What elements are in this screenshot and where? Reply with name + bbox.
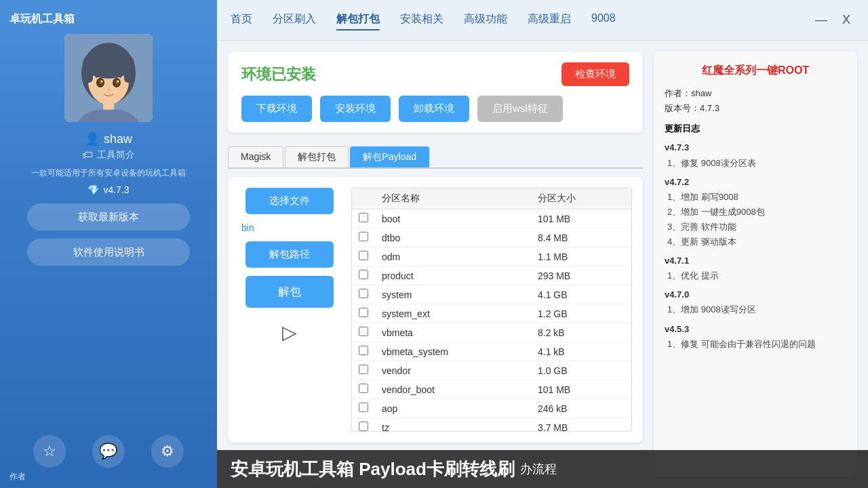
user-manual-button[interactable]: 软件使用说明书 [27, 239, 190, 266]
changelog-item: 1、修复 9008读分区表 [665, 156, 846, 171]
main-content: 首页 分区刷入 解包打包 安装相关 高级功能 高级重启 9008 — X 环境已… [217, 0, 868, 488]
install-env-button[interactable]: 安装环境 [320, 96, 391, 122]
window-controls: — X [811, 13, 854, 27]
table-row: odm 1.1 MB [352, 247, 631, 266]
partition-table-container[interactable]: 分区名称 分区大小 boot 101 MB dtbo 8.4 MB odm 1.… [351, 188, 632, 432]
version-number: v4.7.3 [665, 140, 846, 155]
nav-9008[interactable]: 9008 [591, 9, 616, 30]
row-partition-size: 101 MB [531, 380, 631, 399]
changelog-item: 1、修复 可能会由于兼容性闪退的问题 [665, 337, 846, 352]
tab-unpack-pack[interactable]: 解包打包 [285, 146, 349, 167]
subtitle-text: 安卓玩机工具箱 Payload卡刷转线刷 [231, 458, 515, 481]
topbar: 首页 分区刷入 解包打包 安装相关 高级功能 高级重启 9008 — X [217, 0, 868, 41]
changelog-item: 2、增加 一键生成9008包 [665, 205, 846, 220]
changelog-author: 作者：shaw [665, 86, 846, 101]
username-row: 👤 shaw [85, 131, 132, 146]
changelog-version-section: v4.7.01、增加 9008读写分区 [665, 287, 846, 317]
close-button[interactable]: X [838, 13, 854, 27]
author-label: 作者 [9, 471, 26, 483]
nav-unpack[interactable]: 解包打包 [336, 9, 380, 30]
settings-icon-button[interactable]: ⚙ [151, 435, 184, 468]
sidebar-description: 一款可能适用于所有安卓设备的玩机工具箱 [22, 167, 195, 179]
chat-icon-button[interactable]: 💬 [92, 435, 125, 468]
row-checkbox[interactable] [352, 380, 375, 399]
row-checkbox[interactable] [352, 418, 375, 432]
changelog-item: 3、完善 软件功能 [665, 220, 846, 235]
version-number: v4.7.0 [665, 287, 846, 302]
row-checkbox[interactable] [352, 228, 375, 247]
select-file-button[interactable]: 选择文件 [245, 188, 334, 214]
row-partition-size: 293 MB [531, 266, 631, 285]
user-icon: 👤 [85, 131, 100, 146]
svg-point-10 [101, 81, 103, 83]
row-partition-size: 1.1 MB [531, 247, 631, 266]
table-row: vendor_boot 101 MB [352, 380, 631, 399]
changelog-version-section: v4.7.31、修复 9008读分区表 [665, 140, 846, 170]
extract-path-button[interactable]: 解包路径 [245, 241, 334, 268]
row-partition-name: tz [375, 418, 531, 432]
svg-point-12 [107, 89, 110, 91]
tab-magisk[interactable]: Magisk [228, 146, 283, 167]
nav-reboot[interactable]: 高级重启 [528, 9, 571, 30]
changelog-version: 版本号：4.7.3 [665, 101, 846, 116]
row-checkbox[interactable] [352, 399, 375, 418]
right-changelog-panel: 红魔全系列一键ROOT 作者：shaw 版本号：4.7.3 更新日志 v4.7.… [654, 52, 857, 477]
env-header: 环境已安装 检查环境 [241, 62, 629, 86]
tabs-row: Magisk 解包打包 解包Payload [228, 146, 643, 169]
uninstall-env-button[interactable]: 卸载环境 [399, 96, 469, 122]
row-checkbox[interactable] [352, 209, 375, 228]
changelog-item: 1、优化 提示 [665, 268, 846, 283]
row-checkbox[interactable] [352, 304, 375, 323]
svg-rect-5 [124, 64, 134, 83]
check-env-button[interactable]: 检查环境 [561, 62, 629, 86]
minimize-button[interactable]: — [811, 13, 831, 27]
row-partition-size: 4.1 kB [531, 342, 631, 361]
version-number: v4.7.1 [665, 253, 846, 268]
table-row: vbmeta 8.2 kB [352, 323, 631, 342]
nav-install[interactable]: 安装相关 [400, 9, 443, 30]
tab-unpack-payload[interactable]: 解包Payload [350, 146, 429, 167]
row-partition-size: 8.2 kB [531, 323, 631, 342]
row-partition-name: vbmeta [375, 323, 531, 342]
avatar [64, 34, 153, 122]
tool-icon: 🏷 [82, 149, 93, 161]
wsl-button[interactable]: 启用wsl特征 [477, 96, 563, 122]
row-partition-name: boot [375, 209, 531, 228]
row-checkbox[interactable] [352, 285, 375, 304]
nav-flash[interactable]: 分区刷入 [273, 9, 316, 30]
nav-links: 首页 分区刷入 解包打包 安装相关 高级功能 高级重启 9008 [231, 9, 616, 30]
star-icon-button[interactable]: ☆ [33, 435, 66, 468]
subtitle-small: 办流程 [520, 461, 557, 477]
row-partition-name: aop [375, 399, 531, 418]
col-size: 分区大小 [531, 188, 631, 209]
sidebar-bottom-icons: ☆ 💬 ⚙ [0, 435, 217, 468]
table-row: system_ext 1.2 GB [352, 304, 631, 323]
row-checkbox[interactable] [352, 361, 375, 380]
download-env-button[interactable]: 下载环境 [241, 96, 312, 122]
row-partition-size: 4.1 GB [531, 285, 631, 304]
changelog-version-section: v4.7.21、增加 刷写90082、增加 一键生成9008包3、完善 软件功能… [665, 175, 846, 249]
get-latest-version-button[interactable]: 获取最新版本 [27, 203, 190, 230]
row-partition-name: system [375, 285, 531, 304]
svg-rect-4 [83, 64, 93, 83]
partition-table: 分区名称 分区大小 boot 101 MB dtbo 8.4 MB odm 1.… [352, 188, 631, 432]
col-check [352, 188, 375, 209]
version-number: v4.7.2 [665, 175, 846, 190]
row-checkbox[interactable] [352, 266, 375, 285]
row-checkbox[interactable] [352, 323, 375, 342]
row-checkbox[interactable] [352, 342, 375, 361]
extract-button[interactable]: 解包 [245, 276, 334, 308]
table-row: tz 3.7 MB [352, 418, 631, 432]
row-partition-name: vendor_boot [375, 380, 531, 399]
table-row: boot 101 MB [352, 209, 631, 228]
tool-intro-row: 🏷 工具简介 [82, 149, 135, 161]
user-info: 👤 shaw 🏷 工具简介 [82, 131, 135, 161]
row-partition-name: dtbo [375, 228, 531, 247]
nav-advanced[interactable]: 高级功能 [464, 9, 507, 30]
changelog-title: 红魔全系列一键ROOT [665, 61, 846, 79]
changelog-version-section: v4.7.11、优化 提示 [665, 253, 846, 283]
table-row: product 293 MB [352, 266, 631, 285]
nav-home[interactable]: 首页 [231, 9, 252, 30]
extract-section: 选择文件 bin 解包路径 解包 ▷ 分区名称 分区大小 [228, 177, 643, 443]
row-checkbox[interactable] [352, 247, 375, 266]
